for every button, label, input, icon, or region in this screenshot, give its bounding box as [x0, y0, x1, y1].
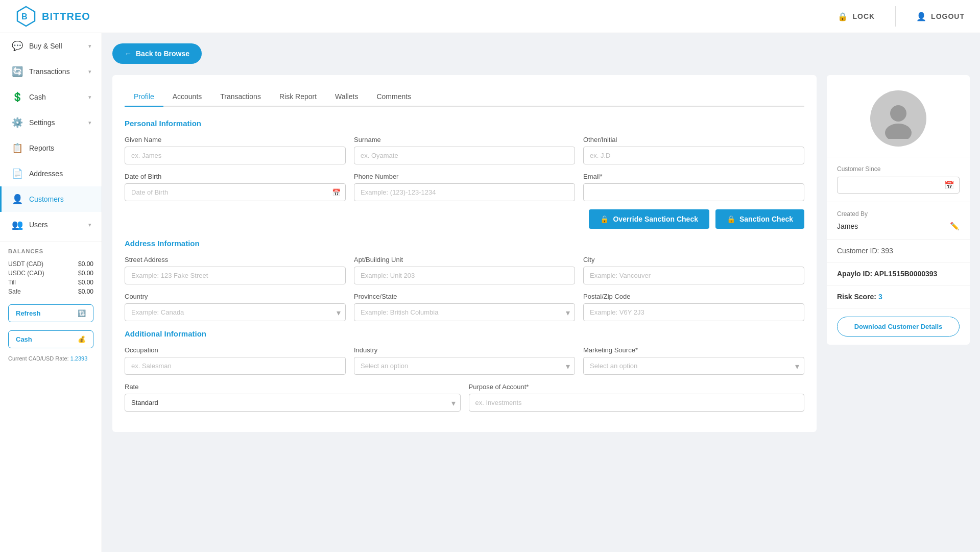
created-by-value-row: James ✏️: [837, 222, 960, 231]
city-group: City: [583, 256, 804, 284]
transactions-icon: 🔄: [12, 66, 23, 77]
edit-icon[interactable]: ✏️: [950, 222, 960, 231]
rate-select[interactable]: Standard: [125, 394, 461, 412]
country-group: Country Example: Canada: [125, 293, 346, 321]
back-arrow-icon: ←: [125, 50, 132, 58]
city-label: City: [583, 256, 804, 263]
industry-select[interactable]: Select an option: [354, 357, 575, 375]
rate-link[interactable]: 1.2393: [70, 355, 88, 362]
apaylo-id-row: Apaylo ID: APL1515B0000393: [827, 262, 970, 285]
sidebar-item-reports[interactable]: 📋 Reports: [0, 135, 102, 161]
logo-text: BITTREO: [42, 11, 90, 22]
sidebar-item-settings[interactable]: ⚙️ Settings ▾: [0, 110, 102, 135]
sanction-check-button[interactable]: 🔒 Sanction Check: [715, 209, 804, 229]
tab-wallets[interactable]: Wallets: [326, 87, 367, 107]
balance-value-usdt: $0.00: [78, 260, 93, 268]
balances-section: BALANCES USDT (CAD) $0.00 USDC (CAD) $0.…: [0, 242, 102, 300]
buy-sell-icon: 💬: [12, 40, 23, 52]
override-sanction-label: Override Sanction Check: [613, 215, 698, 223]
balance-row-usdt: USDT (CAD) $0.00: [8, 259, 93, 269]
download-label: Download Customer Details: [854, 323, 943, 330]
purpose-label: Purpose of Account*: [469, 383, 805, 391]
phone-group: Phone Number: [354, 173, 575, 201]
logo-icon: B: [15, 6, 37, 27]
tab-transactions[interactable]: Transactions: [211, 87, 270, 107]
balance-label-usdt: USDT (CAD): [8, 260, 43, 268]
balances-title: BALANCES: [8, 248, 93, 254]
sidebar: 💬 Buy & Sell ▾ 🔄 Transactions ▾ 💲 Cash ▾…: [0, 33, 102, 552]
customer-since-row: Customer Since 2021-05-14 📅: [827, 157, 970, 202]
sidebar-item-transactions[interactable]: 🔄 Transactions ▾: [0, 59, 102, 84]
industry-label: Industry: [354, 346, 575, 354]
dob-group: Date of Birth 📅: [125, 173, 346, 201]
apt-label: Apt/Building Unit: [354, 256, 575, 263]
city-input[interactable]: [583, 267, 804, 284]
tab-accounts[interactable]: Accounts: [163, 87, 211, 107]
sidebar-item-users[interactable]: 👥 Users ▾: [0, 212, 102, 237]
calendar-icon: 📅: [332, 188, 341, 197]
balance-row-usdc: USDC (CAD) $0.00: [8, 269, 93, 278]
override-sanction-button[interactable]: 🔒 Override Sanction Check: [589, 209, 709, 229]
given-name-input[interactable]: [125, 147, 346, 164]
sidebar-item-cash[interactable]: 💲 Cash ▾: [0, 84, 102, 110]
email-label: Email*: [583, 173, 804, 180]
cash-button[interactable]: Cash 💰: [8, 330, 93, 348]
tab-risk-report[interactable]: Risk Report: [270, 87, 326, 107]
lock-label: LOCK: [852, 12, 875, 20]
avatar: [870, 90, 926, 147]
street-input[interactable]: [125, 267, 346, 284]
postal-input[interactable]: [583, 303, 804, 321]
sanction-btn-row: 🔒 Override Sanction Check 🔒 Sanction Che…: [125, 209, 804, 229]
back-to-browse-button[interactable]: ← Back to Browse: [112, 43, 202, 64]
dob-input[interactable]: [125, 183, 346, 201]
sidebar-item-customers[interactable]: 👤 Customers: [0, 186, 102, 212]
apt-input[interactable]: [354, 267, 575, 284]
province-select-wrapper: Example: British Columbia: [354, 303, 575, 321]
lock-button[interactable]: 🔒 LOCK: [838, 12, 875, 21]
svg-text:B: B: [21, 12, 28, 21]
postal-label: Postal/Zip Code: [583, 293, 804, 300]
surname-input[interactable]: [354, 147, 575, 164]
refresh-icon: 🔃: [78, 309, 86, 317]
balance-label-usdc: USDC (CAD): [8, 270, 44, 277]
svg-point-3: [885, 124, 912, 139]
refresh-label: Refresh: [16, 309, 40, 317]
street-label: Street Address: [125, 256, 346, 263]
avatar-section: [827, 75, 970, 157]
address-row1: Street Address Apt/Building Unit City: [125, 256, 804, 284]
sidebar-label-cash: Cash: [29, 93, 46, 101]
profile-layout: Profile Accounts Transactions Risk Repor…: [112, 75, 970, 432]
topbar-divider: [895, 6, 896, 27]
province-label: Province/State: [354, 293, 575, 300]
logout-button[interactable]: 👤 LOGOUT: [916, 12, 965, 21]
tab-comments[interactable]: Comments: [367, 87, 420, 107]
customers-icon: 👤: [12, 194, 23, 205]
purpose-input[interactable]: [469, 394, 805, 412]
phone-input[interactable]: [354, 183, 575, 201]
tab-profile[interactable]: Profile: [125, 87, 163, 107]
sidebar-label-buy-sell: Buy & Sell: [29, 42, 62, 50]
address-info-title: Address Information: [125, 239, 804, 248]
sidebar-item-buy-sell[interactable]: 💬 Buy & Sell ▾: [0, 33, 102, 59]
marketing-select[interactable]: Select an option: [583, 357, 804, 375]
email-input[interactable]: asp_82@hotmail.com: [583, 183, 804, 201]
marketing-select-wrapper: Select an option: [583, 357, 804, 375]
cash-label: Cash: [16, 335, 32, 343]
occupation-group: Occupation: [125, 346, 346, 375]
country-label: Country: [125, 293, 346, 300]
marketing-group: Marketing Source* Select an option: [583, 346, 804, 375]
chevron-icon: ▾: [88, 94, 91, 101]
purpose-group: Purpose of Account*: [469, 383, 805, 412]
calendar-icon: 📅: [944, 180, 954, 190]
occupation-input[interactable]: [125, 357, 346, 375]
sidebar-item-addresses[interactable]: 📄 Addresses: [0, 161, 102, 186]
svg-point-2: [890, 105, 906, 122]
province-select[interactable]: Example: British Columbia: [354, 303, 575, 321]
other-initial-input[interactable]: [583, 147, 804, 164]
surname-label: Surname: [354, 136, 575, 143]
download-customer-details-button[interactable]: Download Customer Details: [837, 317, 960, 337]
refresh-button[interactable]: Refresh 🔃: [8, 304, 93, 322]
customer-since-input[interactable]: 2021-05-14: [837, 177, 960, 194]
risk-score-label: Risk Score:: [837, 293, 876, 301]
country-select[interactable]: Example: Canada: [125, 303, 346, 321]
